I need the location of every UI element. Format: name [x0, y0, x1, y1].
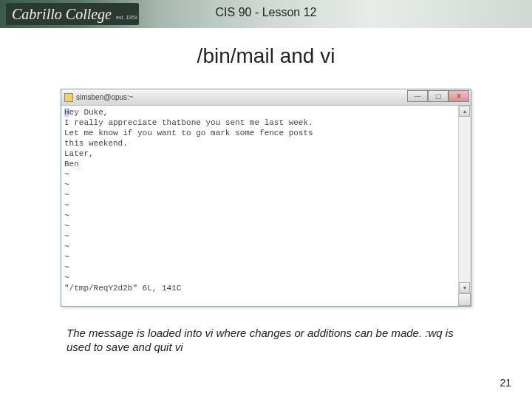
logo-text: Cabrillo College — [12, 6, 112, 23]
scrollbar[interactable]: ▴ ▾ — [458, 106, 471, 306]
putty-icon — [64, 93, 73, 102]
resize-grip-icon[interactable] — [458, 293, 471, 306]
window-controls: — ▢ X — [407, 90, 469, 102]
college-logo: Cabrillo College est. 1959 — [6, 3, 139, 25]
page-number: 21 — [499, 377, 511, 389]
minimize-button[interactable]: — — [407, 90, 428, 102]
scroll-down-icon[interactable]: ▾ — [459, 282, 470, 293]
terminal-body[interactable]: Hey Duke, I really appreciate thatbone y… — [61, 106, 458, 306]
slide-caption: The message is loaded into vi where chan… — [66, 327, 466, 355]
window-title-text: simsben@opus:~ — [76, 93, 134, 101]
header-bar: Cabrillo College est. 1959 CIS 90 - Less… — [0, 0, 532, 28]
close-button[interactable]: X — [449, 90, 469, 102]
course-title: CIS 90 - Lesson 12 — [216, 6, 317, 19]
window-titlebar[interactable]: simsben@opus:~ — ▢ X — [61, 89, 471, 106]
maximize-button[interactable]: ▢ — [428, 90, 449, 102]
scroll-up-icon[interactable]: ▴ — [459, 106, 470, 117]
logo-subtext: est. 1959 — [116, 15, 137, 20]
terminal-window: simsben@opus:~ — ▢ X Hey Duke, I really … — [61, 89, 471, 307]
slide-title: /bin/mail and vi — [0, 44, 532, 68]
